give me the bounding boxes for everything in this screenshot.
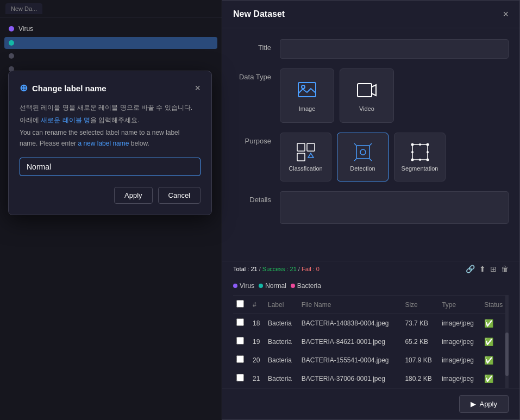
classification-icon [296,142,316,162]
col-header-label: Label [265,296,298,314]
scrollbar-thumb[interactable] [505,333,509,376]
purpose-row: Purpose Classfication [233,133,509,181]
desc-en-1: You can rename the selected label name t… [20,129,179,136]
virus-tag-dot [233,284,237,288]
stats-row: Total : 21 / Success : 21 / Fail : 0 🔗 ⬆… [233,261,509,277]
detection-label: Detection [350,165,375,172]
svg-point-14 [426,143,429,146]
svg-point-20 [427,151,429,153]
stats-text: Total : 21 / Success : 21 / Fail : 0 [233,266,319,272]
cell-label-3: Bacteria [265,369,298,388]
svg-rect-4 [307,143,315,151]
row-checkbox-3[interactable] [236,374,244,381]
file-table: # Label File Name Size Type Status 18 Ba… [233,296,509,388]
row-checkbox-2[interactable] [236,355,244,363]
cell-filename-1: BACTERIA-84621-0001.jpeg [298,333,402,351]
svg-point-15 [411,159,414,161]
row-checkbox-0[interactable] [236,318,244,326]
classification-label: Classfication [289,165,322,172]
table-container: # Label File Name Size Type Status 18 Ba… [233,296,509,388]
data-type-row: Data Type Image Vid [233,68,509,123]
modal-header: New Dataset × [222,1,519,28]
video-type-icon [356,79,378,101]
modal-body: Title Data Type Image [222,28,519,261]
cell-size-1: 65.2 KB [402,333,438,351]
purpose-card-segmentation[interactable]: Segmentation [394,133,446,181]
change-label-header: ⊕ Change label name × [20,82,201,94]
change-label-title-text: Change label name [32,84,106,93]
virus-tag-label: Virus [240,282,254,290]
change-label-icon: ⊕ [20,82,28,94]
svg-line-8 [369,143,372,146]
cell-type-0: image/jpeg [438,314,481,333]
change-label-modal: ⊕ Change label name × 선택된 레이블 명을 새로운 레이블… [8,71,212,215]
svg-line-7 [354,143,356,146]
change-label-apply-button[interactable]: Apply [114,187,153,204]
change-label-close-button[interactable]: × [195,83,201,93]
change-label-actions: Apply Cancel [20,187,201,204]
cell-filename-3: BACTERIA-37006-0001.jpeg [298,369,402,388]
apply-button[interactable]: ▶ Apply [459,395,509,413]
new-label-input[interactable] [20,158,201,176]
sidebar-label-row-3[interactable] [4,50,217,62]
cell-filename-0: BACTERIA-140838-0004.jpeg [298,314,402,333]
apply-label: Apply [479,400,497,408]
normal-tag-label: Normal [265,282,286,290]
data-type-label: Data Type [233,68,271,81]
sidebar-label-row-normal[interactable] [4,37,217,49]
change-label-description: 선택된 레이블 명을 새로운 레이블 명으로 바꿀 수 있습니다. 아래에 새로… [20,103,201,149]
purpose-card-detection[interactable]: Detection [337,133,389,181]
grid-icon[interactable]: ⊞ [490,265,497,273]
close-button[interactable]: × [503,9,509,19]
cell-filename-2: BACTERIA-155541-0004.jpeg [298,351,402,369]
svg-line-10 [369,159,372,161]
details-input[interactable] [280,191,509,224]
change-label-title: ⊕ Change label name [20,82,106,94]
type-card-image[interactable]: Image [280,68,334,123]
row-checkbox-1[interactable] [236,337,244,344]
upload-icon[interactable]: ⬆ [479,265,486,273]
svg-point-17 [419,143,421,146]
sidebar-label-row-virus[interactable]: Virus [4,22,217,36]
desc-ko-1: 선택된 레이블 명을 새로운 레이블 명으로 바꿀 수 있습니다. [20,103,201,113]
svg-rect-2 [358,84,372,97]
normal-dot [9,40,14,46]
background-tab[interactable]: New Da... [5,3,42,14]
desc-en-3: below. [131,140,149,147]
image-type-label: Image [299,105,316,112]
svg-point-18 [419,159,421,161]
tag-normal[interactable]: Normal [259,282,286,290]
table-row: 19 Bacteria BACTERIA-84621-0001.jpeg 65.… [233,333,509,351]
cell-size-0: 73.7 KB [402,314,438,333]
video-type-label: Video [359,105,374,112]
change-label-cancel-button[interactable]: Cancel [158,187,201,204]
new-dataset-modal: New Dataset × Title Data Type Image [222,0,520,420]
delete-icon[interactable]: 🗑 [501,265,509,273]
segmentation-label: Segmentation [402,165,438,172]
col-header-filename: File Name [298,296,402,314]
svg-rect-5 [297,153,305,161]
label3-dot [9,53,14,59]
desc-en-highlight: a new label name [78,140,129,147]
normal-tag-dot [259,284,263,288]
modal-title: New Dataset [233,9,285,19]
modal-footer: ▶ Apply [222,388,519,419]
svg-rect-6 [356,146,369,159]
cell-num-0: 18 [249,314,265,333]
svg-point-1 [302,85,305,89]
cell-size-2: 107.9 KB [402,351,438,369]
type-card-video[interactable]: Video [340,68,394,123]
purpose-grid: Classfication Detection [280,133,509,181]
cell-status-3: ✅ [481,369,509,388]
link-icon[interactable]: 🔗 [466,265,475,273]
type-grid: Image Video [280,68,509,123]
svg-point-19 [411,151,414,153]
desc-ko-2: 아래에 새로운 레이블 명을 입력해주세요. [20,115,201,126]
details-label: Details [233,191,271,204]
select-all-checkbox[interactable] [236,300,244,308]
tag-virus[interactable]: Virus [233,282,254,290]
purpose-card-classification[interactable]: Classfication [280,133,331,181]
cell-type-3: image/jpeg [438,369,481,388]
tag-bacteria[interactable]: Bacteria [291,282,321,290]
title-input[interactable] [280,39,509,59]
